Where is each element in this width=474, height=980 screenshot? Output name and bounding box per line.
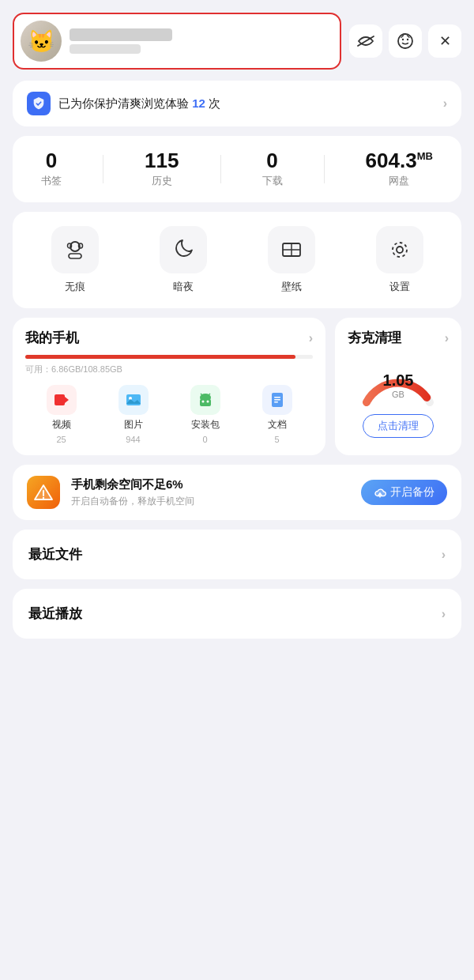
file-docs-icon [262,385,292,415]
backup-text: 手机剩余空间不足6% 开启自动备份，释放手机空间 [71,477,350,508]
gauge-value-area: 1.05 GB [383,371,414,400]
backup-banner: 手机剩余空间不足6% 开启自动备份，释放手机空间 开启备份 [13,465,461,520]
svg-line-21 [209,394,210,395]
svg-point-5 [78,243,82,248]
storage-bar-bg [25,355,313,359]
phone-cleanup-row: 我的手机 › 可用：6.86GB/108.85GB 视频 25 [13,318,461,455]
header-actions: ✕ [349,24,461,58]
file-apk-icon [190,385,220,415]
svg-rect-23 [274,397,280,398]
my-phone-card: 我的手机 › 可用：6.86GB/108.85GB 视频 25 [13,318,325,455]
stats-card: 0 书签 115 历史 0 下载 604.3MB 网盘 [13,136,461,202]
stat-bookmarks[interactable]: 0 书签 [41,150,62,188]
recent-files-chevron: › [442,548,446,562]
protection-banner[interactable]: 已为你保护清爽浏览体验 12 次 › [13,81,461,126]
settings-icon [376,226,423,273]
svg-point-18 [201,401,204,403]
my-phone-title-row: 我的手机 › [25,329,313,347]
file-video[interactable]: 视频 25 [47,385,77,444]
svg-point-10 [397,247,403,253]
storage-bar-fill [25,355,295,359]
stat-divider-1 [103,155,103,183]
close-button[interactable]: ✕ [428,24,461,58]
protection-chevron: › [443,96,447,111]
action-dark[interactable]: 暗夜 [160,226,207,294]
svg-rect-17 [200,399,211,406]
svg-point-4 [67,243,71,248]
svg-point-1 [402,39,404,40]
actions-card: 无痕 暗夜 壁纸 [13,212,461,308]
recent-play-chevron: › [442,607,446,621]
recent-files-card[interactable]: 最近文件 › [13,530,461,579]
file-video-icon [47,385,77,415]
action-settings[interactable]: 设置 [376,226,423,294]
svg-rect-24 [274,399,280,401]
eye-button[interactable] [349,24,382,58]
user-sub-blur [70,44,141,54]
incognito-icon [51,226,99,273]
svg-point-11 [393,243,407,257]
cleanup-card: 夯克清理 › 1.05 [335,318,461,455]
phone-files-row: 视频 25 图片 944 [25,385,313,444]
cleanup-title-row: 夯克清理 › [348,329,449,347]
action-incognito[interactable]: 无痕 [51,226,99,294]
svg-rect-12 [55,394,65,405]
username-blur [70,28,172,41]
svg-point-27 [43,497,44,499]
file-apk[interactable]: 安装包 0 [190,385,220,444]
backup-warning-icon [27,476,60,509]
stat-divider-2 [220,155,221,183]
stat-downloads[interactable]: 0 下载 [262,150,283,188]
svg-rect-25 [274,401,278,403]
cleanup-gauge: 1.05 GB [355,355,442,406]
action-wallpaper[interactable]: 壁纸 [268,226,315,294]
dark-icon [160,226,207,273]
face-button[interactable] [389,24,422,58]
stat-divider-3 [324,155,325,183]
svg-point-2 [407,39,408,40]
file-images[interactable]: 图片 944 [118,385,149,444]
file-images-icon [118,385,149,415]
cleanup-chevron[interactable]: › [445,331,449,345]
storage-available-text: 可用：6.86GB/108.85GB [25,364,313,375]
file-docs[interactable]: 文档 5 [262,385,292,444]
cloud-icon [374,486,386,499]
svg-rect-6 [69,254,81,258]
svg-point-19 [206,401,209,403]
my-phone-chevron[interactable]: › [309,331,313,345]
svg-line-20 [201,394,202,395]
profile-card[interactable]: 🐱 [13,13,341,70]
svg-marker-13 [65,397,69,403]
backup-start-button[interactable]: 开启备份 [361,480,447,505]
header: 🐱 [13,0,461,81]
stat-history[interactable]: 115 历史 [145,150,179,188]
stat-cloud[interactable]: 604.3MB 网盘 [366,150,433,188]
wallpaper-icon [268,226,315,273]
user-info [70,28,172,54]
cleanup-button[interactable]: 点击清理 [363,414,434,438]
recent-play-card[interactable]: 最近播放 › [13,589,461,639]
protection-text: 已为你保护清爽浏览体验 12 次 [58,96,435,111]
protection-icon [27,92,51,115]
avatar: 🐱 [21,21,62,62]
svg-point-0 [398,34,412,48]
